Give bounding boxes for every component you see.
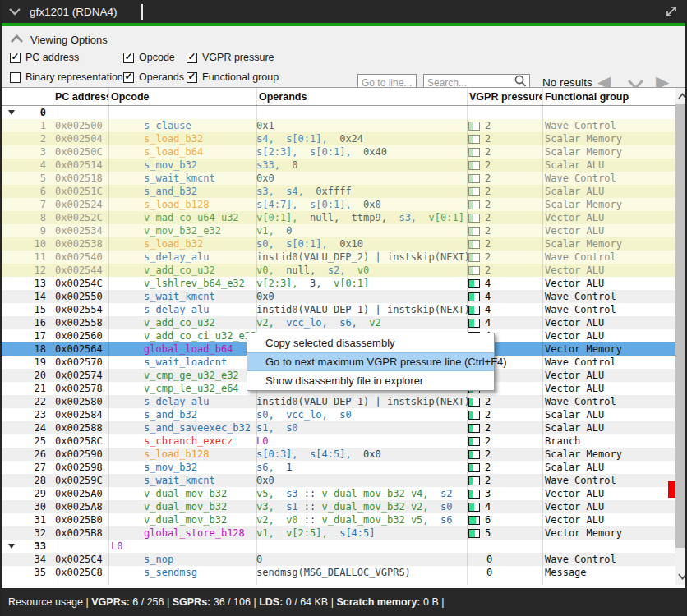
opcode: s_nop xyxy=(108,553,256,566)
table-row[interactable]: 160x002558v_add_co_u32v2, vcc_lo, s6, v2… xyxy=(2,316,675,329)
functional-group: Scalar Memory xyxy=(542,145,675,159)
table-row[interactable]: 20x002504s_load_b32s4, s[0:1], 0x242Scal… xyxy=(2,132,675,145)
opcode: s_and_b32 xyxy=(108,185,256,198)
pc-address: 0x002514 xyxy=(53,159,108,172)
table-row[interactable]: 100x002538s_load_b32s0, s[0:1], 0x102Sca… xyxy=(2,237,675,251)
line-number: 22 xyxy=(2,395,53,408)
menu-item[interactable]: Go to next maximum VGPR pressure line (C… xyxy=(247,352,494,371)
table-row[interactable]: 40x002514s_mov_b32s33, 02Scalar ALU xyxy=(2,159,675,172)
operands xyxy=(256,540,467,553)
pressure-bar xyxy=(468,292,480,301)
line-number: 25 xyxy=(2,434,53,448)
menu-item[interactable]: Show disassembly file in explorer xyxy=(247,371,494,390)
table-row[interactable]: 50x002518s_wait_kmcnt0x02Wave Control xyxy=(2,172,675,185)
table-row[interactable]: 70x002524s_load_b128s[4:7], s[0:1], 0x02… xyxy=(2,198,675,211)
checkbox-vgpr-pressure[interactable]: ✓VGPR pressure xyxy=(187,52,318,63)
checked-box-icon[interactable]: ✓ xyxy=(123,53,134,63)
table-row[interactable]: 280x00259Cs_wait_kmcnt0x02Wave Control xyxy=(2,474,675,487)
max-vgpr-pressure-marker[interactable] xyxy=(668,481,675,498)
column-header[interactable]: Operands xyxy=(256,88,467,105)
pressure-bar xyxy=(468,214,480,223)
scroll-up-icon[interactable] xyxy=(675,90,687,103)
table-row[interactable]: 0 xyxy=(2,106,675,119)
operands: s0, s[0:1], 0x10 xyxy=(256,237,467,251)
checked-box-icon[interactable]: ✓ xyxy=(123,72,134,83)
table-row[interactable]: 220x002580s_delay_aluinstid0(VALU_DEP_1)… xyxy=(2,395,675,408)
table-row[interactable]: 120x002544v_add_co_u32v0, null, s2, v02V… xyxy=(2,264,675,277)
line-number: 13 xyxy=(2,277,53,290)
table-row[interactable]: 80x00252Cv_mad_co_u64_u32v[0:1], null, t… xyxy=(2,211,675,224)
column-header[interactable] xyxy=(2,88,53,105)
table-row[interactable]: 260x002590s_load_b128s[0:3], s[4:5], 0x0… xyxy=(2,448,675,461)
checkbox-binary-representation[interactable]: Binary representation xyxy=(10,71,123,83)
opcode: s_wait_loadcnt xyxy=(108,356,256,369)
scrollbar-thumb[interactable] xyxy=(675,104,687,548)
pressure-bar xyxy=(468,306,480,315)
table-row[interactable]: 30x00250Cs_load_b64s[2:3], s[0:1], 0x402… xyxy=(2,145,675,159)
pressure-bar xyxy=(468,424,480,433)
table-row[interactable]: 320x0025B8global_store_b128v1, v[2:5], s… xyxy=(2,526,675,540)
column-header[interactable]: PC address xyxy=(53,88,108,105)
checked-box-icon[interactable]: ✓ xyxy=(187,72,197,83)
opcode: s_mov_b32 xyxy=(108,461,256,474)
operands: v1, 0 xyxy=(256,224,467,237)
checkbox-label: Operands xyxy=(139,71,184,83)
checkbox-opcode[interactable]: ✓Opcode xyxy=(123,52,187,63)
line-number: 11 xyxy=(2,251,53,264)
checkbox-label: VGPR pressure xyxy=(202,52,274,63)
table-row[interactable]: 150x002554s_delay_aluinstid0(VALU_DEP_1)… xyxy=(2,303,675,316)
checkbox-functional-group[interactable]: ✓Functional group xyxy=(187,71,318,83)
operands: s4, s[0:1], 0x24 xyxy=(256,132,467,145)
line-number: 32 xyxy=(2,526,53,540)
table-row[interactable]: 110x002540s_delay_aluinstid0(VALU_DEP_2)… xyxy=(2,251,675,264)
column-header[interactable]: Opcode xyxy=(108,88,256,105)
collapse-chevron-icon[interactable] xyxy=(8,7,21,16)
line-number: 19 xyxy=(2,356,53,369)
vgpr-pressure-cell: 4 xyxy=(467,303,542,316)
vertical-scrollbar[interactable] xyxy=(675,87,687,585)
checkbox-operands[interactable]: ✓Operands xyxy=(123,71,187,83)
table-row[interactable]: 140x002550s_wait_kmcnt0x04Wave Control xyxy=(2,290,675,303)
table-row[interactable]: 290x0025A0v_dual_mov_b32v5, s3 :: v_dual… xyxy=(2,487,675,500)
line-number: 10 xyxy=(2,237,53,251)
vgpr-pressure-cell: 4 xyxy=(467,316,542,329)
table-row[interactable]: 130x00254Cv_lshlrev_b64_e32v[2:3], 3, v[… xyxy=(2,277,675,290)
functional-group: Wave Control xyxy=(542,290,675,303)
title-separator xyxy=(141,4,143,20)
operands: s33, 0 xyxy=(256,159,467,172)
table-row[interactable]: 270x002598s_mov_b32s6, 12Scalar ALU xyxy=(2,461,675,474)
line-number: 24 xyxy=(2,421,53,434)
operands: s6, 1 xyxy=(256,461,467,474)
table-row[interactable]: 33L0 xyxy=(2,540,675,553)
checked-box-icon[interactable]: ✓ xyxy=(10,53,21,63)
checked-box-icon[interactable]: ✓ xyxy=(187,53,197,63)
table-row[interactable]: 10x002500s_clause0x12Wave Control xyxy=(2,119,675,132)
opcode: s_and_b32 xyxy=(108,408,256,421)
expand-view-icon[interactable] xyxy=(664,4,679,22)
functional-group: Scalar ALU xyxy=(542,185,675,198)
viewing-options-chevron-icon[interactable] xyxy=(10,32,24,47)
scroll-down-icon[interactable] xyxy=(675,570,687,583)
table-row[interactable]: 230x002584s_and_b32s0, vcc_lo, s02Scalar… xyxy=(2,408,675,421)
table-row[interactable]: 60x00251Cs_and_b32s3, s4, 0xffff2Scalar … xyxy=(2,185,675,198)
opcode: v_dual_mov_b32 xyxy=(108,513,256,526)
column-header[interactable]: Functional group xyxy=(542,88,675,105)
collapse-triangle-icon[interactable] xyxy=(8,544,15,549)
functional-group xyxy=(542,106,675,119)
menu-item[interactable]: Copy selected disassembly xyxy=(247,333,494,352)
table-row[interactable]: 350x0025C8s_sendmsgsendmsg(MSG_DEALLOC_V… xyxy=(2,566,675,579)
table-row[interactable]: 240x002588s_and_saveexec_b32s1, s02Scala… xyxy=(2,421,675,434)
table-row[interactable]: 250x00258Cs_cbranch_execzL02Branch xyxy=(2,434,675,448)
table-row[interactable]: 340x0025C4s_nop00Wave Control xyxy=(2,553,675,566)
functional-group: Wave Control xyxy=(542,395,675,408)
table-row[interactable]: 300x0025A8v_dual_mov_b32v3, s1 :: v_dual… xyxy=(2,500,675,513)
table-row[interactable]: 90x002534v_mov_b32_e32v1, 02Vector ALU xyxy=(2,224,675,237)
collapse-triangle-icon[interactable] xyxy=(8,110,15,115)
checkbox-pc-address[interactable]: ✓PC address xyxy=(10,52,123,63)
viewing-options-panel: Viewing Options ✓PC address✓Opcode✓VGPR … xyxy=(2,26,685,87)
opcode: v_cmp_le_u32_e64 xyxy=(108,382,256,395)
column-header[interactable]: VGPR pressure ( xyxy=(467,88,542,105)
kernel-title: gfx1201 (RDNA4) xyxy=(30,6,118,18)
table-row[interactable]: 310x0025B0v_dual_mov_b32v2, v0 :: v_dual… xyxy=(2,513,675,526)
unchecked-box-icon[interactable] xyxy=(10,72,21,83)
